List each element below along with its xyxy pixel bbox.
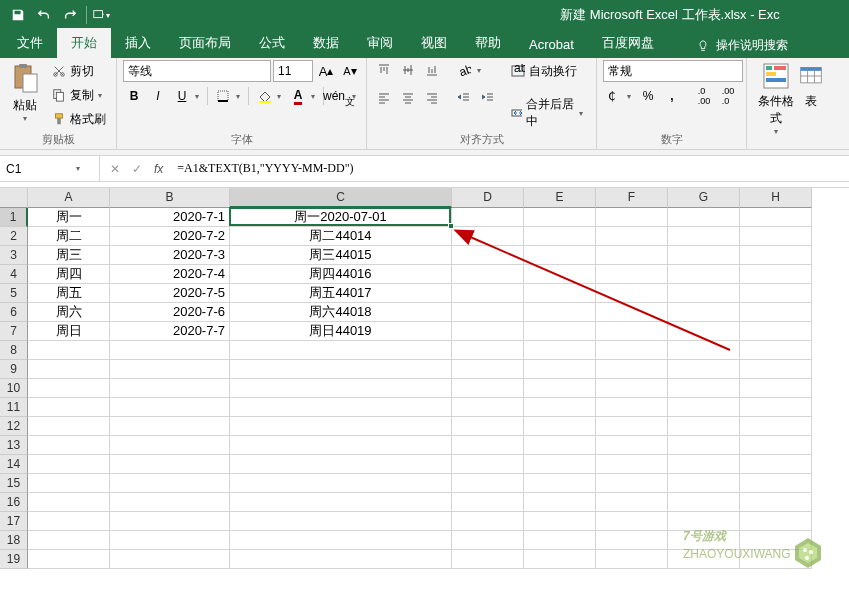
cell[interactable] (596, 360, 668, 379)
cell[interactable] (740, 208, 812, 227)
underline-button[interactable]: U (171, 86, 193, 106)
cell[interactable]: 2020-7-1 (110, 208, 230, 227)
cell[interactable]: 周六 (28, 303, 110, 322)
align-top-icon[interactable] (373, 60, 395, 80)
cell[interactable] (524, 265, 596, 284)
cell[interactable] (452, 284, 524, 303)
cell[interactable] (230, 436, 452, 455)
qat-dropdown-icon[interactable]: ▾ (90, 2, 116, 28)
cell[interactable] (524, 436, 596, 455)
cell[interactable]: 周五 (28, 284, 110, 303)
cell[interactable] (740, 341, 812, 360)
tab-review[interactable]: 审阅 (353, 28, 407, 58)
cell[interactable] (524, 360, 596, 379)
cell[interactable] (110, 531, 230, 550)
cell[interactable] (110, 550, 230, 569)
increase-indent-icon[interactable] (477, 88, 499, 108)
row-header[interactable]: 13 (0, 436, 28, 455)
cell[interactable] (668, 227, 740, 246)
cell[interactable] (740, 265, 812, 284)
cell[interactable] (596, 436, 668, 455)
comma-format-icon[interactable]: , (661, 86, 683, 106)
column-header[interactable]: H (740, 188, 812, 208)
cell[interactable] (524, 417, 596, 436)
cell[interactable] (740, 360, 812, 379)
cell[interactable] (452, 550, 524, 569)
align-left-icon[interactable] (373, 88, 395, 108)
name-box-input[interactable] (6, 162, 76, 176)
cell[interactable] (452, 436, 524, 455)
align-bottom-icon[interactable] (421, 60, 443, 80)
cell[interactable] (524, 531, 596, 550)
cell[interactable] (596, 398, 668, 417)
cell[interactable]: 周五44017 (230, 284, 452, 303)
cell[interactable] (452, 322, 524, 341)
cell[interactable] (452, 246, 524, 265)
cell[interactable] (452, 208, 524, 227)
column-header[interactable]: E (524, 188, 596, 208)
bold-button[interactable]: B (123, 86, 145, 106)
cell[interactable] (596, 303, 668, 322)
cell[interactable] (740, 455, 812, 474)
cell[interactable] (28, 398, 110, 417)
cell[interactable]: 2020-7-2 (110, 227, 230, 246)
cell[interactable] (668, 417, 740, 436)
cell[interactable] (452, 265, 524, 284)
cell[interactable] (28, 455, 110, 474)
cell[interactable]: 周日 (28, 322, 110, 341)
row-header[interactable]: 19 (0, 550, 28, 569)
cell[interactable] (452, 474, 524, 493)
row-header[interactable]: 6 (0, 303, 28, 322)
row-header[interactable]: 11 (0, 398, 28, 417)
cell[interactable] (230, 379, 452, 398)
accounting-format-icon[interactable]: ₵ (603, 86, 625, 106)
cell[interactable] (524, 246, 596, 265)
cell[interactable] (668, 436, 740, 455)
cell[interactable]: 周四 (28, 265, 110, 284)
cell[interactable] (524, 512, 596, 531)
cell[interactable] (740, 227, 812, 246)
cell[interactable] (230, 417, 452, 436)
cell[interactable] (524, 474, 596, 493)
cell[interactable] (668, 322, 740, 341)
cell[interactable] (524, 208, 596, 227)
cell[interactable] (596, 322, 668, 341)
redo-icon[interactable] (57, 2, 83, 28)
row-header[interactable]: 3 (0, 246, 28, 265)
column-header[interactable]: B (110, 188, 230, 208)
tell-me-search[interactable]: 操作说明搜索 (688, 33, 796, 58)
tab-insert[interactable]: 插入 (111, 28, 165, 58)
cell[interactable] (740, 417, 812, 436)
column-header[interactable]: C (230, 188, 452, 208)
cell[interactable] (28, 341, 110, 360)
cell[interactable] (230, 341, 452, 360)
cell[interactable] (740, 436, 812, 455)
cell[interactable] (452, 379, 524, 398)
cell[interactable]: 2020-7-5 (110, 284, 230, 303)
row-header[interactable]: 15 (0, 474, 28, 493)
cell[interactable] (110, 436, 230, 455)
cell[interactable] (524, 284, 596, 303)
cell[interactable] (524, 227, 596, 246)
align-middle-icon[interactable] (397, 60, 419, 80)
cell[interactable]: 周二44014 (230, 227, 452, 246)
cell[interactable] (668, 493, 740, 512)
cell[interactable] (452, 398, 524, 417)
cell[interactable]: 周二 (28, 227, 110, 246)
increase-decimal-icon[interactable]: .0.00 (693, 86, 715, 106)
cell[interactable] (230, 455, 452, 474)
cell[interactable] (452, 303, 524, 322)
row-header[interactable]: 8 (0, 341, 28, 360)
font-name-select[interactable] (123, 60, 271, 82)
align-center-icon[interactable] (397, 88, 419, 108)
cell[interactable] (452, 493, 524, 512)
cell[interactable] (596, 474, 668, 493)
merge-center-button[interactable]: 合并后居中▾ (507, 102, 590, 124)
font-color-button[interactable]: A (287, 86, 309, 106)
cell[interactable] (452, 227, 524, 246)
cell[interactable] (524, 303, 596, 322)
row-header[interactable]: 4 (0, 265, 28, 284)
cell[interactable] (230, 531, 452, 550)
format-table-button[interactable]: 表 (799, 60, 823, 110)
decrease-decimal-icon[interactable]: .00.0 (717, 86, 739, 106)
